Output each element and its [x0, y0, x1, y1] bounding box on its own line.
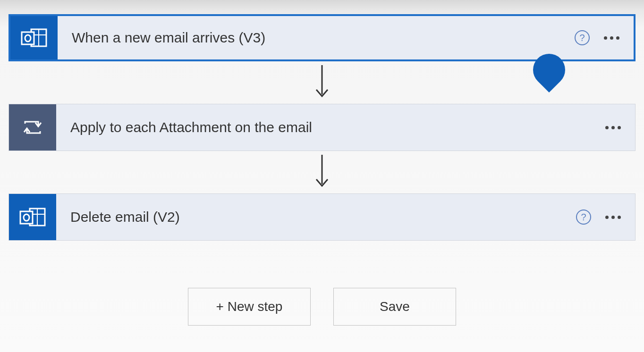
- step-actions: ?: [575, 30, 634, 45]
- action-card-delete-email[interactable]: Delete email (V2) ?: [8, 193, 636, 241]
- step-title: Apply to each Attachment on the email: [56, 119, 605, 135]
- svg-rect-3: [22, 32, 34, 44]
- save-button[interactable]: Save: [333, 288, 456, 326]
- flow-designer-canvas: When a new email arrives (V3) ? Apply to…: [0, 0, 644, 326]
- flow-arrow: [8, 151, 636, 193]
- step-actions: [605, 121, 635, 134]
- step-actions: ?: [576, 210, 635, 225]
- trigger-card-email-arrives[interactable]: When a new email arrives (V3) ?: [8, 14, 636, 61]
- footer-button-row: + New step Save: [188, 288, 456, 326]
- svg-rect-10: [20, 211, 33, 224]
- action-card-apply-to-each[interactable]: Apply to each Attachment on the email: [8, 104, 636, 151]
- help-icon[interactable]: ?: [576, 210, 591, 225]
- new-step-button[interactable]: + New step: [188, 288, 311, 326]
- outlook-icon: [21, 26, 47, 49]
- loop-icon: [21, 116, 44, 139]
- outlook-connector-icon-box: [9, 194, 56, 240]
- outlook-connector-icon-box: [10, 16, 58, 59]
- outlook-icon: [19, 206, 46, 228]
- more-menu-icon[interactable]: [605, 121, 621, 134]
- step-title: Delete email (V2): [56, 209, 576, 225]
- help-icon[interactable]: ?: [575, 30, 590, 45]
- step-title: When a new email arrives (V3): [58, 30, 575, 46]
- more-menu-icon[interactable]: [604, 32, 619, 44]
- more-menu-icon[interactable]: [605, 211, 621, 224]
- loop-icon-box: [9, 104, 56, 151]
